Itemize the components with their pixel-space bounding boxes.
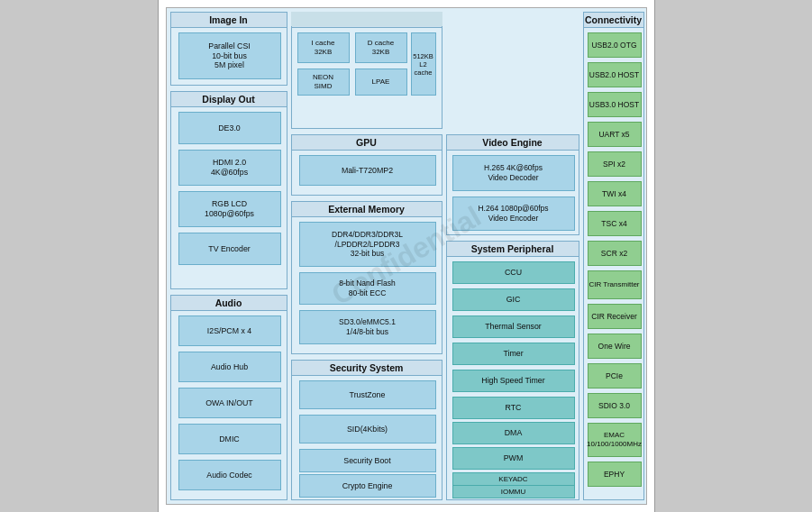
block-uart: UART x5 — [588, 122, 642, 147]
block-ddr: DDR4/DDR3/DDR3L/LPDDR2/LPDDR332-bit bus — [299, 222, 436, 267]
block-l2cache: 512KBL2cache — [411, 32, 436, 96]
block-icache: I cache32KB — [297, 32, 350, 63]
block-rgb-lcd: RGB LCD1080p@60fps — [178, 191, 281, 227]
block-trustzone: TrustZone — [299, 380, 436, 409]
block-i2s: I2S/PCM x 4 — [178, 315, 281, 346]
block-owa: OWA IN/OUT — [178, 388, 281, 418]
video-engine-title: Video Engine — [447, 135, 579, 151]
section-display-out: Display Out DE3.0 HDMI 2.04K@60fps RGB L… — [170, 91, 287, 289]
block-usb20-host: USB2.0 HOST — [588, 62, 642, 87]
block-tv-encoder: TV Encoder — [178, 233, 281, 265]
block-usb30-host: USB3.0 HOST — [588, 92, 642, 117]
block-high-speed-timer: High Speed Timer — [452, 370, 575, 392]
diagram-wrapper: Confidential Image In Parallel CSI10-bit… — [158, 0, 655, 512]
block-emac: EMAC10/100/1000MHz — [588, 423, 642, 457]
block-usb20-otg: USB2.0 OTG — [588, 32, 642, 58]
block-spi: SPI x2 — [588, 151, 642, 177]
block-tsc: TSC x4 — [588, 211, 642, 236]
block-crypto-engine: Crypto Engine — [299, 474, 436, 498]
section-ext-memory: External Memory DDR4/DDR3/DDR3L/LPDDR2/L… — [291, 201, 442, 354]
section-arm-core: ARM CortexTM-A53 Quad-core I cache32KB D… — [291, 12, 442, 129]
block-de30: DE3.0 — [178, 112, 281, 144]
section-image-in: Image In Parallel CSI10-bit bus5M pixel — [170, 12, 287, 86]
display-out-title: Display Out — [171, 92, 287, 107]
image-in-title: Image In — [171, 13, 287, 28]
block-security-boot: Security Boot — [299, 449, 436, 472]
block-sd: SD3.0/eMMC5.11/4/8-bit bus — [299, 310, 436, 344]
block-neon: NEONSIMD — [297, 69, 350, 96]
block-scr: SCR x2 — [588, 241, 642, 266]
section-audio: Audio I2S/PCM x 4 Audio Hub OWA IN/OUT D… — [170, 295, 287, 500]
block-dma: DMA — [452, 422, 575, 444]
block-audio-hub: Audio Hub — [178, 352, 281, 382]
block-sid: SID(4Kbits) — [299, 415, 436, 443]
block-ccu: CCU — [452, 261, 575, 284]
block-twi: TWI x4 — [588, 181, 642, 206]
section-video-engine: Video Engine H.265 4K@60fpsVideo Decoder… — [446, 134, 579, 235]
ext-memory-title: External Memory — [292, 202, 442, 217]
block-nand: 8-bit Nand Flash80-bit ECC — [299, 272, 436, 305]
block-lpae: LPAE — [355, 69, 407, 96]
arm-core-header — [291, 12, 442, 26]
connectivity-title: Connectivity — [584, 13, 643, 28]
block-parallel-csi: Parallel CSI10-bit bus5M pixel — [178, 32, 281, 79]
gpu-title: GPU — [292, 135, 442, 151]
block-mali: Mali-T720MP2 — [299, 155, 436, 186]
chip-diagram: Confidential Image In Parallel CSI10-bit… — [166, 7, 647, 505]
block-dcache: D cache32KB — [355, 32, 407, 63]
block-h265: H.265 4K@60fpsVideo Decoder — [452, 155, 575, 191]
block-pwm: PWM — [452, 447, 575, 470]
block-thermal-sensor: Thermal Sensor — [452, 315, 575, 338]
block-dmic: DMIC — [178, 424, 281, 454]
audio-title: Audio — [171, 296, 287, 311]
block-one-wire: One Wire — [588, 334, 642, 359]
block-pcie: PCIe — [588, 363, 642, 389]
block-gic: GIC — [452, 288, 575, 311]
security-title: Security System — [292, 361, 442, 376]
block-sdio: SDIO 3.0 — [588, 393, 642, 418]
block-hdmi: HDMI 2.04K@60fps — [178, 150, 281, 186]
section-connectivity: Connectivity USB2.0 OTG USB2.0 HOST USB3… — [583, 12, 644, 500]
section-security: Security System TrustZone SID(4Kbits) Se… — [291, 360, 442, 500]
section-gpu: GPU Mali-T720MP2 — [291, 134, 442, 196]
block-h264: H.264 1080p@60fpsVideo Encoder — [452, 197, 575, 231]
section-system-peripheral: System Peripheral CCU GIC Thermal Sensor… — [446, 241, 579, 500]
block-cir-tx: CIR Transmitter — [588, 270, 642, 299]
block-ephy: EPHY — [588, 462, 642, 487]
block-iommu: IOMMU — [452, 485, 575, 498]
block-timer: Timer — [452, 343, 575, 365]
block-audio-codec: Audio Codec — [178, 460, 281, 490]
block-rtc: RTC — [452, 397, 575, 419]
system-peripheral-title: System Peripheral — [447, 242, 579, 257]
block-cir-rx: CIR Receiver — [588, 304, 642, 329]
